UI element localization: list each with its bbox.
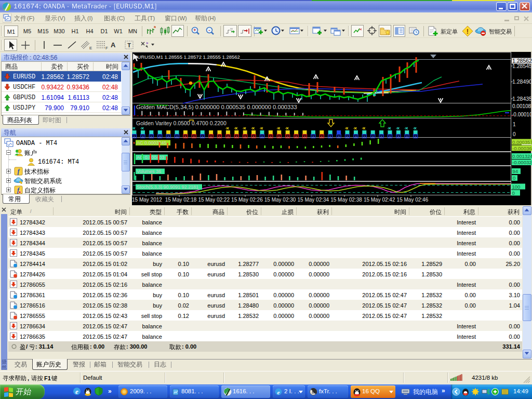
svg-text:15 May 02:34: 15 May 02:34: [298, 197, 329, 203]
svg-text:+: +: [193, 28, 196, 33]
svg-text:F: F: [105, 46, 108, 50]
svg-text:15 May 02:22: 15 May 02:22: [198, 197, 230, 203]
svg-text:0.001081: 0.001081: [512, 103, 532, 109]
svg-text:-0.00032: -0.00032: [512, 159, 532, 165]
svg-text:Volumes 36: Volumes 36: [137, 169, 161, 174]
svg-text:15 May 2012: 15 May 2012: [132, 197, 162, 203]
svg-text:fx: fx: [312, 390, 315, 395]
svg-text:-0.00036: -0.00036: [512, 145, 532, 151]
svg-text:-: -: [209, 28, 210, 33]
svg-text:1.28545: 1.28545: [512, 63, 532, 69]
svg-text:0: 0: [512, 190, 515, 196]
svg-text:AC 0.0003245: AC 0.0003245: [137, 140, 167, 145]
svg-text:Stoch(5,3,3) 90.9091 92.2181: Stoch(5,3,3) 90.9091 92.2181: [137, 184, 198, 190]
svg-text:15 May 02:42: 15 May 02:42: [364, 197, 395, 203]
svg-text:15 May 02:18: 15 May 02:18: [165, 197, 197, 203]
svg-text:T: T: [127, 42, 131, 48]
svg-text:0.000357: 0.000357: [512, 139, 532, 145]
svg-text:0: 0: [513, 175, 515, 181]
svg-text:94: 94: [513, 168, 518, 174]
svg-text:15 May 02:30: 15 May 02:30: [264, 197, 296, 203]
svg-text:1.28490: 1.28490: [512, 78, 532, 85]
svg-text:0: 0: [513, 131, 516, 137]
svg-text:15 May 02:38: 15 May 02:38: [330, 197, 362, 203]
svg-text:1.28435: 1.28435: [512, 96, 532, 102]
svg-text:0.001324: 0.001324: [512, 153, 532, 159]
svg-text:15 May 02:46: 15 May 02:46: [397, 197, 429, 203]
svg-text:e: e: [75, 388, 78, 395]
svg-text:15 May 02:26: 15 May 02:26: [231, 197, 263, 203]
svg-text:100: 100: [512, 184, 521, 190]
svg-text:E: E: [89, 46, 92, 50]
svg-text:-0.00010: -0.00010: [512, 112, 532, 117]
svg-text:e: e: [277, 389, 280, 395]
svg-text:Golden Varitey 0.0500 0.4700 0: Golden Varitey 0.0500 0.4700 0.2200: [136, 120, 227, 126]
svg-text:!: !: [467, 28, 469, 35]
svg-text:EURUSD,M1 1.28555 1.28572 1.2: EURUSD,M1 1.28555 1.28572 1.28555 1.2856…: [134, 54, 240, 60]
svg-text:1: 1: [513, 122, 516, 127]
